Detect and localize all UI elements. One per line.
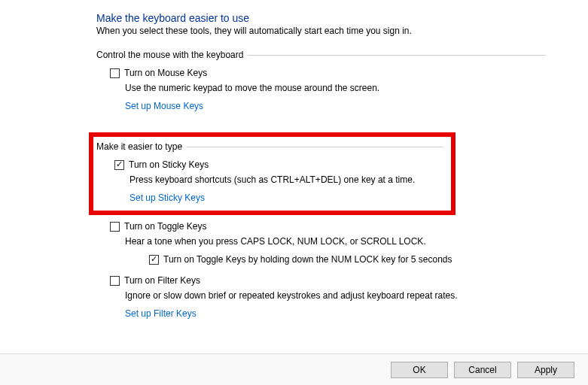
label-sticky-keys: Turn on Sticky Keys [129, 159, 209, 170]
label-toggle-keys-numlock: Turn on Toggle Keys by holding down the … [163, 254, 452, 265]
desc-toggle-keys: Hear a tone when you press CAPS LOCK, NU… [125, 236, 546, 247]
desc-sticky-keys: Press keyboard shortcuts (such as CTRL+A… [129, 174, 443, 185]
row-toggle-keys-numlock: Turn on Toggle Keys by holding down the … [149, 254, 546, 265]
section-filter-keys: Turn on Filter Keys Ignore or slow down … [96, 275, 546, 329]
label-toggle-keys: Turn on Toggle Keys [124, 221, 206, 232]
button-bar: OK Cancel Apply [0, 353, 588, 385]
divider-line [187, 147, 443, 147]
checkbox-sticky-keys[interactable] [114, 160, 124, 170]
section-header-mouse-label: Control the mouse with the keyboard [96, 50, 243, 60]
row-mouse-keys: Turn on Mouse Keys [110, 68, 546, 78]
divider-line [248, 55, 546, 56]
link-setup-filter-keys[interactable]: Set up Filter Keys [125, 308, 197, 319]
section-header-type-label: Make it easier to type [96, 141, 182, 152]
page-subtitle: When you select these tools, they will a… [96, 26, 546, 36]
checkbox-filter-keys[interactable] [110, 276, 120, 286]
row-toggle-keys: Turn on Toggle Keys [110, 221, 546, 232]
checkbox-toggle-keys[interactable] [110, 222, 120, 232]
desc-mouse-keys: Use the numeric keypad to move the mouse… [125, 83, 546, 93]
row-sticky-keys: Turn on Sticky Keys [114, 159, 443, 170]
link-setup-sticky-keys[interactable]: Set up Sticky Keys [129, 192, 205, 203]
section-toggle-keys: Turn on Toggle Keys Hear a tone when you… [96, 221, 546, 265]
ok-button[interactable]: OK [391, 362, 448, 378]
label-filter-keys: Turn on Filter Keys [124, 275, 200, 286]
section-mouse: Control the mouse with the keyboard Turn… [96, 50, 546, 122]
desc-filter-keys: Ignore or slow down brief or repeated ke… [125, 290, 546, 301]
cancel-button[interactable]: Cancel [454, 362, 511, 378]
apply-button[interactable]: Apply [517, 362, 574, 378]
checkbox-toggle-keys-numlock[interactable] [149, 255, 159, 265]
section-header-type: Make it easier to type [96, 141, 443, 152]
link-setup-mouse-keys[interactable]: Set up Mouse Keys [125, 101, 203, 111]
section-header-mouse: Control the mouse with the keyboard [96, 50, 546, 60]
highlight-sticky-keys: Make it easier to type Turn on Sticky Ke… [89, 132, 455, 215]
page-title: Make the keyboard easier to use [96, 12, 546, 24]
row-filter-keys: Turn on Filter Keys [110, 275, 546, 286]
label-mouse-keys: Turn on Mouse Keys [124, 68, 207, 78]
checkbox-mouse-keys[interactable] [110, 68, 120, 78]
